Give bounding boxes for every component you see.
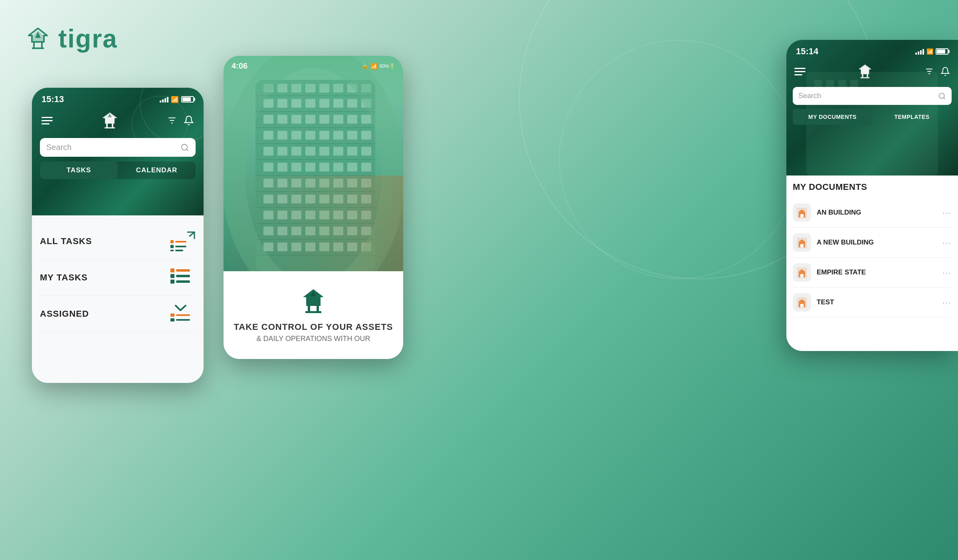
phone2-signal-icon: 📶 [370, 63, 377, 69]
svg-rect-84 [319, 163, 329, 172]
doc-more-test[interactable]: ··· [942, 298, 952, 307]
svg-rect-158 [800, 274, 804, 277]
phone3-tab-my-documents[interactable]: MY DOCUMENTS [793, 109, 872, 125]
task-item-all[interactable]: ALL TASKS [40, 223, 196, 260]
doc-name-test: TEST [817, 298, 937, 306]
phone2-tagline2: & DAILY OPERATIONS WITH OUR [256, 335, 370, 343]
phone3-notification-icon[interactable] [940, 67, 950, 76]
task-my-icon [170, 268, 196, 288]
svg-rect-2 [106, 124, 108, 128]
svg-rect-68 [319, 131, 329, 140]
svg-rect-14 [175, 246, 186, 247]
phone2-tagline1: TAKE CONTROL OF YOUR ASSETS [234, 322, 393, 332]
svg-rect-13 [170, 245, 174, 248]
svg-rect-21 [170, 280, 174, 284]
menu-button[interactable] [42, 117, 53, 124]
svg-rect-133 [305, 311, 321, 313]
phone2-bottom-content: TAKE CONTROL OF YOUR ASSETS & DAILY OPER… [224, 271, 403, 359]
bg-circle-2 [559, 40, 798, 279]
svg-rect-70 [347, 131, 357, 140]
svg-rect-83 [305, 163, 315, 172]
doc-item-empire-state[interactable]: EMPIRE STATE ··· [793, 258, 952, 288]
phone2-lock-icon: 🔒 [362, 63, 368, 69]
tigra-logo-nav [100, 112, 120, 129]
phone1-tab-calendar[interactable]: CALENDAR [118, 162, 196, 179]
doc-item-new-building[interactable]: A NEW BUILDING ··· [793, 228, 952, 258]
phone3-time: 15:14 [796, 46, 818, 57]
phone1-search-bar[interactable]: Search [40, 138, 196, 157]
phone3-documents-screen: 15:14 📶 [786, 40, 958, 351]
phone1-search-icon [180, 143, 189, 152]
doc-name-new-building: A NEW BUILDING [817, 239, 937, 246]
task-item-assigned[interactable]: ASSIGNED [40, 296, 196, 332]
svg-rect-147 [861, 77, 869, 79]
svg-rect-26 [176, 319, 190, 321]
brand-name: tigra [58, 24, 118, 53]
phone3-search-bar[interactable]: Search [793, 87, 952, 105]
phone3-menu-button[interactable] [794, 68, 806, 75]
svg-rect-160 [800, 304, 804, 307]
phone2-building-image: 4:06 🔒 📶 60%🔋 [224, 56, 403, 271]
svg-rect-131 [308, 306, 310, 312]
phone1-time: 15:13 [42, 94, 64, 105]
phone3-nav [786, 60, 958, 83]
doc-more-new-building[interactable]: ··· [942, 238, 952, 247]
task-my-label: MY TASKS [40, 272, 88, 283]
doc-more-empire-state[interactable]: ··· [942, 268, 952, 277]
brand-logo-area: tigra [24, 24, 118, 53]
phone3-search-placeholder: Search [798, 92, 934, 100]
tigra-logo-icon [24, 27, 52, 51]
phone3-signal-icon [915, 48, 924, 55]
phone3-battery-icon [936, 48, 948, 55]
svg-rect-58 [291, 115, 301, 124]
svg-rect-61 [333, 115, 343, 124]
building-illustration [224, 56, 403, 271]
svg-rect-156 [800, 244, 804, 247]
svg-rect-20 [176, 275, 190, 277]
svg-rect-59 [305, 115, 315, 124]
svg-rect-132 [317, 306, 319, 312]
svg-rect-3 [112, 124, 113, 128]
doc-name-an-building: AN BUILDING [817, 209, 937, 217]
phone3-nav-right [924, 67, 950, 76]
svg-rect-23 [170, 314, 174, 317]
notification-icon[interactable] [184, 115, 194, 126]
filter-icon[interactable] [167, 115, 177, 126]
task-all-icon [170, 231, 196, 251]
phone3-filter-icon[interactable] [924, 67, 934, 76]
phone1-battery-icon [181, 96, 194, 103]
phone3-status-icons: 📶 [915, 48, 948, 55]
svg-rect-86 [347, 163, 357, 172]
svg-rect-69 [333, 131, 343, 140]
svg-rect-57 [277, 115, 287, 124]
phone1-tab-tasks[interactable]: TASKS [40, 162, 118, 179]
doc-icon-new-building [793, 233, 811, 252]
svg-rect-17 [170, 268, 174, 272]
svg-rect-76 [319, 147, 329, 156]
phone1-nav [32, 108, 204, 133]
doc-item-test[interactable]: TEST ··· [793, 288, 952, 317]
doc-more-an-building[interactable]: ··· [942, 208, 952, 217]
svg-rect-62 [347, 115, 357, 124]
phone1-search-placeholder: Search [46, 143, 176, 152]
doc-item-an-building[interactable]: AN BUILDING ··· [793, 198, 952, 228]
phone1-header: 15:13 📶 [32, 88, 204, 215]
doc-icon-empire-state [793, 263, 811, 282]
svg-rect-72 [263, 147, 273, 156]
task-assigned-label: ASSIGNED [40, 309, 89, 319]
phone1-status-bar: 15:13 📶 [32, 88, 204, 108]
svg-rect-12 [175, 241, 186, 243]
svg-rect-85 [333, 163, 343, 172]
phone1-body: ALL TASKS MY TASKS [32, 215, 204, 383]
svg-rect-87 [361, 163, 371, 172]
svg-rect-81 [277, 163, 287, 172]
svg-rect-75 [305, 147, 315, 156]
svg-rect-154 [800, 214, 804, 217]
phone3-wifi-icon: 📶 [926, 48, 933, 55]
svg-rect-56 [263, 115, 273, 124]
phone2-time: 4:06 [232, 61, 247, 71]
svg-rect-77 [333, 147, 343, 156]
task-item-my[interactable]: MY TASKS [40, 260, 196, 296]
phone3-tab-templates[interactable]: TEMPLATES [872, 109, 952, 125]
phone1-status-icons: 📶 [160, 96, 194, 103]
